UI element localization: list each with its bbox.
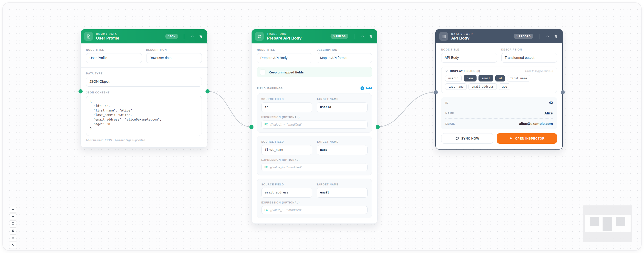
node-badge: 3 FIELDS — [330, 34, 348, 39]
description-label: DESCRIPTION — [317, 48, 372, 51]
plus-circle-icon: + — [360, 86, 364, 90]
expression-label: EXPRESSION (OPTIONAL) — [261, 116, 368, 119]
field-chip[interactable]: email — [478, 75, 493, 82]
zoom-out-button[interactable] — [10, 213, 16, 220]
display-fields-label: DISPLAY FIELDS — [450, 70, 474, 73]
target-name-input[interactable]: email — [317, 188, 368, 198]
add-label: Add — [366, 86, 372, 90]
node-title: API Body — [451, 36, 510, 41]
delete-node-button[interactable] — [198, 34, 203, 39]
mapping-card: SOURCE FIELD first_name TARGET NAME name… — [257, 136, 372, 175]
trash-icon — [199, 35, 202, 38]
chevron-down-icon — [445, 70, 448, 73]
keep-unmapped-row[interactable]: Keep unmapped fields — [257, 67, 372, 77]
field-chip[interactable]: first_name — [507, 75, 530, 82]
node-title-label: NODE TITLE — [257, 48, 312, 51]
target-name-input[interactable]: userId — [317, 102, 368, 112]
minimap[interactable] — [583, 205, 632, 242]
target-name-label: TARGET NAME — [317, 183, 368, 186]
node-title-input[interactable]: API Body — [441, 53, 497, 63]
magnifier-icon — [509, 137, 513, 140]
field-chip[interactable]: email_address — [468, 83, 497, 90]
target-name-input[interactable]: name — [317, 145, 368, 155]
input-port[interactable] — [434, 90, 438, 94]
node-data-viewer-header[interactable]: DATA VIEWER API Body 1 RECORD — [436, 30, 562, 43]
description-input[interactable]: Raw user data — [146, 53, 202, 63]
plus-icon — [12, 208, 15, 211]
source-field-input[interactable]: email_address — [261, 188, 312, 198]
expression-label: EXPRESSION (OPTIONAL) — [261, 201, 368, 204]
json-content-label: JSON CONTENT — [86, 91, 202, 94]
field-chip[interactable]: last_name — [445, 83, 466, 90]
node-data-viewer: DATA VIEWER API Body 1 RECORD NODE TITLE… — [435, 29, 563, 150]
open-inspector-button[interactable]: OPEN INSPECTOR — [497, 133, 557, 144]
sync-now-button[interactable]: SYNC NOW — [441, 133, 493, 144]
output-port[interactable] — [376, 125, 380, 129]
node-title-input[interactable]: Prepare API Body — [257, 53, 312, 63]
toggle-hint: Click to toggle (max 5) — [525, 70, 553, 73]
zoom-in-button[interactable] — [10, 206, 16, 213]
keep-unmapped-checkbox[interactable] — [260, 70, 266, 75]
record-value: alice@example.com — [519, 122, 553, 126]
collapse-all-button[interactable] — [10, 241, 16, 248]
table-grid-icon — [439, 32, 448, 41]
expression-input[interactable]: FX {{value}} ~ " modified" — [261, 163, 368, 171]
target-name-label: TARGET NAME — [317, 140, 368, 143]
node-title-label: NODE TITLE — [86, 48, 142, 51]
field-chip[interactable]: id — [495, 75, 505, 82]
node-dummy-data-header[interactable]: DUMMY DATA User Profile JSON — [81, 29, 207, 44]
source-field-label: SOURCE FIELD — [261, 183, 312, 186]
json-content-textarea[interactable]: { "id": 42, "first_name": "Alice", "last… — [86, 96, 202, 136]
data-type-select[interactable]: JSON Object — [86, 77, 202, 87]
record-row: NAME Alice — [445, 108, 553, 119]
input-port[interactable] — [78, 89, 83, 93]
expression-placeholder: {{value}} ~ " modified" — [270, 123, 302, 126]
refresh-icon — [455, 137, 459, 140]
minimap-node — [602, 217, 612, 231]
upload-icon — [12, 236, 15, 239]
unlock-icon — [12, 229, 15, 232]
field-mappings-label: FIELD MAPPINGS — [257, 87, 283, 90]
keep-unmapped-label: Keep unmapped fields — [268, 71, 304, 74]
delete-node-button[interactable] — [368, 34, 374, 39]
canvas-controls — [10, 206, 16, 248]
chevron-up-icon — [546, 35, 550, 38]
record-label: NAME — [445, 112, 454, 115]
transform-arrows-icon — [255, 32, 264, 41]
source-field-input[interactable]: id — [261, 102, 312, 112]
node-transform: TRANSFORM Prepare API Body 3 FIELDS NODE… — [251, 29, 378, 224]
field-chip[interactable]: userId — [445, 75, 462, 82]
description-input[interactable]: Transformed output — [502, 53, 557, 63]
node-title: Prepare API Body — [267, 36, 327, 41]
display-fields-toggle[interactable]: DISPLAY FIELDS (8) Click to toggle (max … — [445, 70, 553, 73]
record-row: ID 42 — [445, 98, 553, 108]
mapping-card: SOURCE FIELD email_address TARGET NAME e… — [257, 179, 372, 218]
collapse-button[interactable] — [190, 34, 195, 39]
collapse-button[interactable] — [545, 34, 550, 39]
node-transform-header[interactable]: TRANSFORM Prepare API Body 3 FIELDS — [252, 29, 377, 44]
display-fields-count: (8) — [476, 70, 480, 73]
expression-input[interactable]: FX {{value}} ~ " modified" — [261, 206, 368, 214]
field-chip[interactable]: age — [499, 83, 510, 90]
node-title-label: NODE TITLE — [441, 48, 497, 51]
input-port[interactable] — [249, 125, 254, 129]
expression-input[interactable]: FX {{value}} ~ " modified" — [261, 121, 368, 129]
fx-prefix-icon: FX — [264, 123, 268, 126]
lock-button[interactable] — [10, 227, 16, 234]
collapse-button[interactable] — [360, 34, 365, 39]
add-mapping-button[interactable]: + Add — [360, 86, 372, 90]
display-fields-panel: DISPLAY FIELDS (8) Click to toggle (max … — [441, 67, 557, 93]
node-kind: DATA VIEWER — [451, 33, 510, 35]
node-title-input[interactable]: User Profile — [86, 53, 142, 63]
fit-view-button[interactable] — [10, 220, 16, 227]
description-input[interactable]: Map to API format — [317, 53, 372, 63]
fit-view-icon — [12, 222, 15, 225]
delete-node-button[interactable] — [553, 34, 558, 39]
output-port[interactable] — [561, 90, 565, 94]
output-port[interactable] — [206, 89, 210, 93]
export-button[interactable] — [10, 234, 16, 241]
minus-icon — [12, 215, 15, 218]
field-chip[interactable]: name — [464, 75, 477, 82]
description-label: DESCRIPTION — [146, 48, 202, 51]
source-field-input[interactable]: first_name — [261, 145, 312, 155]
